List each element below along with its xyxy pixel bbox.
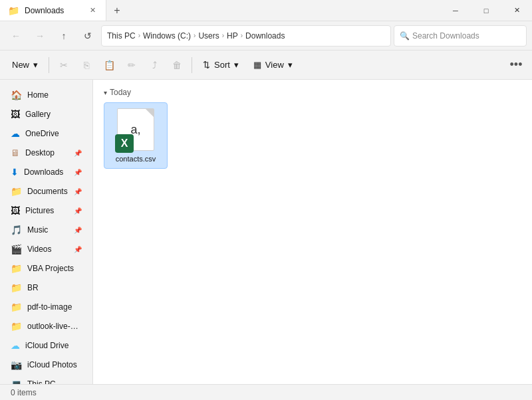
folder-icon-pdf: 📁 <box>11 302 22 312</box>
status-text: 0 items <box>11 388 37 397</box>
this-pc-icon: 💻 <box>11 379 22 384</box>
pin-icon-documents: 📌 <box>74 188 82 195</box>
sidebar-label-pdf: pdf-to-image <box>27 302 82 312</box>
share-button[interactable]: ⤴ <box>144 54 165 76</box>
tab-bar: 📁 Downloads ✕ + <box>0 0 440 21</box>
sidebar-label-vba: VBA Projects <box>27 264 82 273</box>
title-bar: 📁 Downloads ✕ + ─ □ ✕ <box>0 0 532 21</box>
tab-title: Downloads <box>25 6 82 15</box>
pin-icon-music: 📌 <box>74 227 82 234</box>
sidebar-label-desktop: Desktop <box>25 148 68 157</box>
sidebar-item-videos[interactable]: 🎬 Videos 📌 <box>3 240 90 258</box>
content-area: ▾ Today a, X contacts.csv <box>93 80 532 384</box>
tab-close-button[interactable]: ✕ <box>87 5 98 16</box>
section-label: Today <box>110 88 131 97</box>
breadcrumb-sep-3: › <box>222 32 224 39</box>
cut-button[interactable]: ✂ <box>53 54 74 76</box>
sidebar-item-downloads[interactable]: ⬇ Downloads 📌 <box>3 163 90 181</box>
view-chevron: ▾ <box>288 60 293 70</box>
section-header-today: ▾ Today <box>104 88 521 97</box>
breadcrumb[interactable]: This PC › Windows (C:) › Users › HP › Do… <box>101 25 391 47</box>
sidebar-item-documents[interactable]: 📁 Documents 📌 <box>3 182 90 201</box>
pin-icon-desktop: 📌 <box>74 150 82 157</box>
sidebar-item-pictures[interactable]: 🖼 Pictures 📌 <box>3 201 90 220</box>
sidebar-item-pdf-to-image[interactable]: 📁 pdf-to-image <box>3 298 90 316</box>
rename-button[interactable]: ✏ <box>121 54 142 76</box>
sidebar: 🏠 Home 🖼 Gallery ☁ OneDrive 🖥 Desktop 📌 … <box>0 80 93 384</box>
excel-badge: X <box>115 134 134 153</box>
breadcrumb-downloads[interactable]: Downloads <box>245 31 285 41</box>
file-item-contacts-csv[interactable]: a, X contacts.csv <box>104 102 168 169</box>
file-name-contacts: contacts.csv <box>116 155 156 163</box>
minimize-button[interactable]: ─ <box>440 0 471 21</box>
new-chevron: ▾ <box>33 60 38 70</box>
new-button[interactable]: New ▾ <box>5 54 45 76</box>
sidebar-label-home: Home <box>27 90 82 100</box>
sidebar-label-music: Music <box>27 225 68 235</box>
status-bar: 0 items <box>0 384 532 400</box>
pin-icon-videos: 📌 <box>74 246 82 253</box>
new-tab-button[interactable]: + <box>106 0 128 21</box>
sidebar-item-outlook[interactable]: 📁 outlook-live-back <box>3 317 90 336</box>
copy-button[interactable]: ⎘ <box>76 54 97 76</box>
videos-icon: 🎬 <box>11 244 22 254</box>
forward-button[interactable]: → <box>29 25 51 47</box>
sidebar-item-icloud-drive[interactable]: ☁ iCloud Drive <box>3 336 90 355</box>
search-bar[interactable]: 🔍 Search Downloads <box>394 25 527 47</box>
back-button[interactable]: ← <box>5 25 27 47</box>
home-icon: 🏠 <box>11 90 22 100</box>
sidebar-item-home[interactable]: 🏠 Home <box>3 86 90 104</box>
sidebar-label-outlook: outlook-live-back <box>27 322 82 331</box>
view-button[interactable]: ▦ View ▾ <box>247 54 299 76</box>
sidebar-item-vba-projects[interactable]: 📁 VBA Projects <box>3 259 90 278</box>
sidebar-item-gallery[interactable]: 🖼 Gallery <box>3 105 90 124</box>
breadcrumb-sep-4: › <box>241 32 243 39</box>
close-window-button[interactable]: ✕ <box>501 0 532 21</box>
breadcrumb-pc[interactable]: This PC <box>107 31 136 41</box>
toolbar-separator-1 <box>49 57 49 73</box>
sidebar-item-desktop[interactable]: 🖥 Desktop 📌 <box>3 144 90 162</box>
sidebar-label-videos: Videos <box>27 245 68 254</box>
maximize-button[interactable]: □ <box>471 0 501 21</box>
sort-button[interactable]: ⇅ Sort ▾ <box>196 54 245 76</box>
documents-icon: 📁 <box>11 186 22 197</box>
tab-downloads[interactable]: 📁 Downloads ✕ <box>0 0 106 21</box>
sidebar-item-icloud-photos[interactable]: 📷 iCloud Photos <box>3 355 90 374</box>
sort-chevron: ▾ <box>234 60 239 70</box>
breadcrumb-users[interactable]: Users <box>198 31 219 41</box>
nav-bar: ← → ↑ ↺ This PC › Windows (C:) › Users ›… <box>0 21 532 50</box>
gallery-icon: 🖼 <box>11 109 20 120</box>
section-chevron: ▾ <box>104 89 107 96</box>
pin-icon-pictures: 📌 <box>74 207 82 215</box>
onedrive-icon: ☁ <box>11 128 20 139</box>
icloud-photos-icon: 📷 <box>11 359 22 370</box>
pin-icon-downloads: 📌 <box>74 169 82 176</box>
more-options-button[interactable]: ••• <box>505 54 527 76</box>
music-icon: 🎵 <box>11 225 22 235</box>
sidebar-item-music[interactable]: 🎵 Music 📌 <box>3 221 90 239</box>
breadcrumb-drive[interactable]: Windows (C:) <box>143 31 191 41</box>
sort-label: Sort <box>214 60 230 70</box>
sidebar-label-onedrive: OneDrive <box>25 129 82 138</box>
sidebar-item-br[interactable]: 📁 BR <box>3 278 90 297</box>
new-label: New <box>12 60 29 70</box>
folder-icon-br: 📁 <box>11 282 22 293</box>
refresh-button[interactable]: ↺ <box>77 25 98 47</box>
view-label: View <box>265 60 284 70</box>
delete-button[interactable]: 🗑 <box>166 54 188 76</box>
sidebar-label-downloads: Downloads <box>24 167 68 177</box>
search-icon: 🔍 <box>400 31 410 41</box>
pictures-icon: 🖼 <box>11 205 20 216</box>
tab-folder-icon: 📁 <box>8 5 19 16</box>
up-button[interactable]: ↑ <box>53 25 74 47</box>
toolbar-separator-2 <box>192 57 192 73</box>
breadcrumb-hp[interactable]: HP <box>227 31 238 41</box>
sidebar-label-gallery: Gallery <box>25 110 82 119</box>
sidebar-label-this-pc: This PC <box>27 379 82 384</box>
file-icon-contacts: a, X <box>114 108 157 151</box>
sidebar-label-br: BR <box>27 283 82 292</box>
paste-button[interactable]: 📋 <box>98 54 120 76</box>
sidebar-item-this-pc[interactable]: 💻 This PC <box>3 375 90 384</box>
sidebar-item-onedrive[interactable]: ☁ OneDrive <box>3 124 90 143</box>
search-placeholder: Search Downloads <box>412 31 479 41</box>
